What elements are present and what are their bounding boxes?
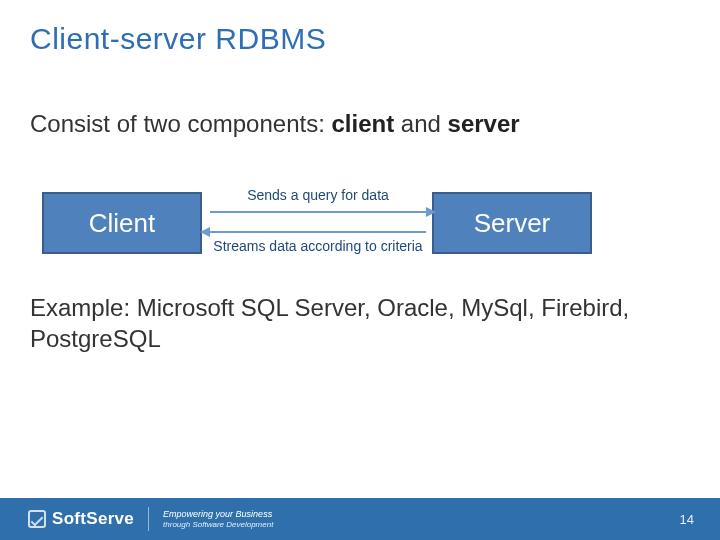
page-number: 14: [680, 512, 694, 527]
intro-bold-client: client: [331, 110, 394, 137]
slide: Client-server RDBMS Consist of two compo…: [0, 0, 720, 540]
arrows-group: [206, 203, 430, 243]
footer-tagline: Empowering your Business through Softwar…: [163, 509, 273, 529]
footer-bar: SoftServe Empowering your Business throu…: [0, 498, 720, 540]
arrow-bottom-label: Streams data according to criteria: [208, 238, 428, 254]
footer-logo: SoftServe: [28, 509, 134, 529]
slide-title: Client-server RDBMS: [30, 22, 326, 56]
brand-name: SoftServe: [52, 509, 134, 529]
client-box: Client: [42, 192, 202, 254]
arrowhead-left-icon: [200, 227, 210, 237]
example-text: Example: Microsoft SQL Server, Oracle, M…: [30, 292, 670, 354]
intro-prefix: Consist of two components:: [30, 110, 331, 137]
arrow-line-bottom: [210, 231, 426, 233]
footer-divider: [148, 507, 149, 531]
intro-bold-server: server: [448, 110, 520, 137]
server-box: Server: [432, 192, 592, 254]
intro-mid: and: [394, 110, 447, 137]
tagline-line1: Empowering your Business: [163, 509, 273, 519]
arrowhead-right-icon: [426, 207, 436, 217]
arrow-line-top: [210, 211, 426, 213]
intro-text: Consist of two components: client and se…: [30, 110, 520, 138]
logo-mark-icon: [28, 510, 46, 528]
diagram: Client Server Sends a query for data Str…: [42, 182, 622, 302]
arrow-top-label: Sends a query for data: [208, 187, 428, 203]
tagline-line2: through Software Development: [163, 520, 273, 529]
